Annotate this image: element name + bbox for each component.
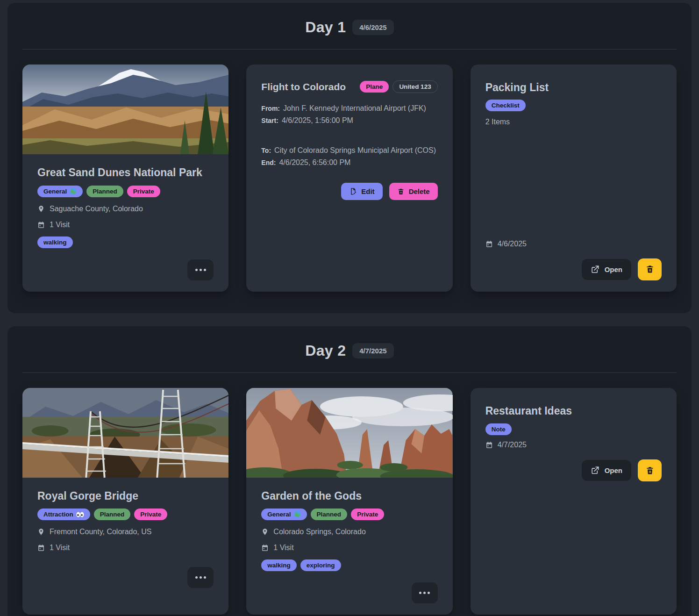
day-1-cards: Great Sand Dunes National Park General P… [22,64,677,292]
delete-checklist-button[interactable] [638,258,662,280]
note-title: Restaurant Ideas [485,405,662,418]
location-text: Fremont County, Colorado, US [50,528,151,536]
visibility-badge: Private [351,509,384,520]
open-checklist-button[interactable]: Open [582,259,631,280]
location-text: Saguache County, Colorado [50,205,143,213]
visits-row: 1 Visit [37,221,214,229]
visits-text: 1 Visit [50,544,70,552]
calendar-icon [37,544,45,552]
checklist-item-count: 2 Items [485,118,662,126]
note-date: 4/7/2025 [498,441,527,449]
trash-icon [645,466,655,475]
ellipsis-icon [195,269,198,271]
visits-row: 1 Visit [261,544,437,552]
adventure-title[interactable]: Royal Gorge Bridge [37,490,214,503]
category-label: Attraction [43,511,73,518]
day-1-date-badge: 4/6/2025 [352,20,393,35]
tag-walking: walking [261,559,297,571]
checklist-title: Packing List [485,81,662,94]
adventure-photo-garden-of-the-gods [246,388,452,478]
adventure-card-royal-gorge: Royal Gorge Bridge Attraction Planned Pr… [22,388,228,615]
checklist-date-row: 4/6/2025 [485,240,662,248]
location-text: Colorado Springs, Colorado [273,528,365,536]
delete-button[interactable]: Delete [389,183,438,200]
more-button[interactable] [187,567,214,588]
location-row: Saguache County, Colorado [37,205,214,213]
delete-label: Delete [409,187,430,195]
open-label: Open [605,466,622,474]
status-badge: Planned [86,186,123,197]
visits-text: 1 Visit [273,544,293,552]
category-label: General [267,511,291,518]
status-badge: Planned [94,509,131,520]
checklist-date: 4/6/2025 [498,240,527,248]
location-pin-icon [37,528,45,536]
trash-icon [645,265,655,274]
location-row: Colorado Springs, Colorado [261,528,437,536]
calendar-icon [261,544,269,552]
category-badge: Attraction [37,509,90,520]
from-label: From: [261,105,280,112]
adventure-card-garden-of-the-gods: Garden of the Gods General Planned Priva… [246,388,452,615]
checklist-type-badge: Checklist [485,100,526,111]
edit-button[interactable]: Edit [341,183,382,200]
day-1-section: Day 1 4/6/2025 [7,3,692,313]
tag-walking: walking [37,236,73,248]
note-type-badge: Note [485,423,512,435]
external-link-icon [591,265,599,274]
category-label: General [43,188,67,195]
day-2-cards: Royal Gorge Bridge Attraction Planned Pr… [22,388,677,615]
location-pin-icon [261,528,269,536]
note-date-row: 4/7/2025 [485,441,662,449]
tag-exploring: exploring [300,559,341,571]
visibility-badge: Private [134,509,167,520]
open-note-button[interactable]: Open [582,460,631,481]
day-2-date-badge: 4/7/2025 [352,343,393,358]
open-label: Open [605,265,622,273]
ellipsis-icon [195,576,198,579]
visits-row: 1 Visit [37,544,214,552]
end-value: 4/6/2025, 6:56:00 PM [279,158,350,166]
ellipsis-icon [419,592,421,594]
adventure-card-great-sand-dunes: Great Sand Dunes National Park General P… [22,64,228,292]
day-1-title: Day 1 [305,19,346,36]
adventure-title[interactable]: Great Sand Dunes National Park [37,166,214,179]
edit-label: Edit [361,187,374,195]
external-link-icon [591,466,599,475]
calendar-icon [485,441,493,449]
adventure-photo-royal-gorge [22,388,228,478]
category-badge: General [261,509,307,520]
status-badge: Planned [311,509,348,520]
day-2-header: Day 2 4/7/2025 [22,342,677,373]
start-label: Start: [261,117,278,124]
adventure-photo-sand-dunes [22,64,228,154]
category-badge: General [37,186,83,197]
end-label: End: [261,159,276,166]
location-pin-icon [37,205,45,213]
transportation-card-flight: Flight to Colorado Plane United 123 From… [246,64,452,292]
edit-document-icon [349,187,357,195]
adventure-title[interactable]: Garden of the Gods [261,490,437,503]
visits-text: 1 Visit [50,221,70,229]
start-value: 4/6/2025, 1:56:00 PM [282,116,353,124]
day-2-section: Day 2 4/7/2025 [7,326,692,616]
globe-icon [294,511,301,518]
location-row: Fremont County, Colorado, US [37,528,214,536]
from-value: John F. Kennedy International Airport (J… [283,104,426,112]
to-label: To: [261,147,271,154]
more-button[interactable] [187,259,214,280]
transport-type-badge: Plane [360,81,389,93]
calendar-icon [37,221,45,229]
day-2-title: Day 2 [305,342,346,359]
flight-title: Flight to Colorado [261,81,346,93]
globe-icon [70,188,77,195]
calendar-icon [485,240,493,248]
to-value: City of Colorado Springs Municipal Airpo… [274,146,436,154]
delete-note-button[interactable] [638,459,662,481]
more-button[interactable] [412,582,438,603]
visibility-badge: Private [127,186,160,197]
note-card-restaurant-ideas: Restaurant Ideas Note 4/7/2025 Open [471,388,677,615]
trash-icon [397,188,405,195]
day-1-header: Day 1 4/6/2025 [22,19,677,50]
eyes-icon [76,512,84,517]
